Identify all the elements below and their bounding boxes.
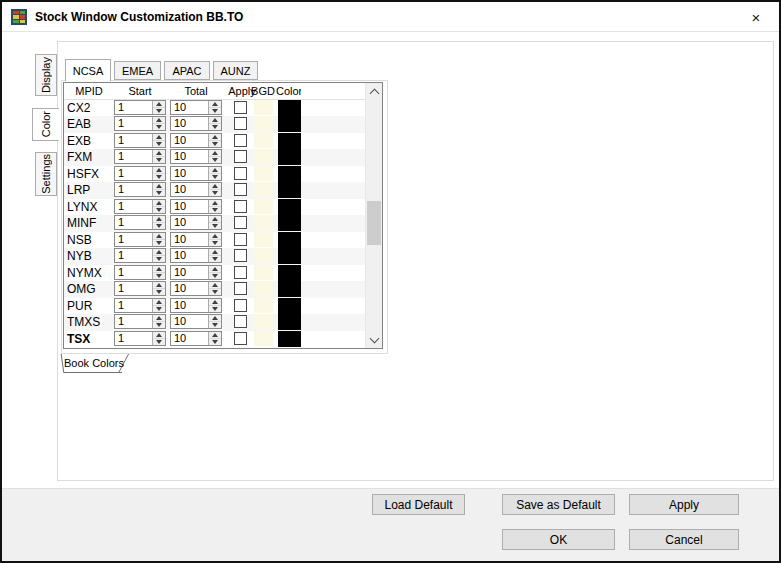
spin-down-icon[interactable]: [153, 189, 165, 196]
start-spinner[interactable]: 1: [114, 265, 166, 280]
spin-down-icon[interactable]: [209, 206, 221, 213]
scrollbar-thumb[interactable]: [367, 201, 381, 245]
spin-down-icon[interactable]: [209, 123, 221, 130]
color-swatch[interactable]: [278, 182, 301, 198]
color-swatch[interactable]: [278, 281, 301, 297]
bgd-swatch[interactable]: [254, 199, 273, 214]
spin-down-icon[interactable]: [209, 239, 221, 246]
apply-checkbox[interactable]: [234, 315, 247, 328]
bgd-swatch[interactable]: [254, 182, 273, 197]
spin-down-icon[interactable]: [209, 321, 221, 328]
start-spinner[interactable]: 1: [114, 166, 166, 181]
bgd-swatch[interactable]: [254, 215, 273, 230]
spin-down-icon[interactable]: [153, 272, 165, 279]
total-spinner[interactable]: 10: [170, 133, 222, 148]
spin-down-icon[interactable]: [209, 272, 221, 279]
tab-aunz[interactable]: AUNZ: [213, 61, 258, 80]
tab-color[interactable]: Color: [32, 108, 59, 141]
tab-ncsa[interactable]: NCSA: [65, 59, 111, 81]
scroll-up-icon[interactable]: [366, 83, 382, 100]
bgd-swatch[interactable]: [254, 232, 273, 247]
color-swatch[interactable]: [278, 116, 301, 132]
total-spinner[interactable]: 10: [170, 166, 222, 181]
apply-checkbox[interactable]: [234, 249, 247, 262]
spin-down-icon[interactable]: [153, 206, 165, 213]
apply-checkbox[interactable]: [234, 282, 247, 295]
color-swatch[interactable]: [278, 149, 301, 165]
bgd-swatch[interactable]: [254, 166, 273, 181]
spin-down-icon[interactable]: [209, 338, 221, 345]
spin-down-icon[interactable]: [209, 255, 221, 262]
apply-checkbox[interactable]: [234, 183, 247, 196]
color-swatch[interactable]: [278, 215, 301, 231]
bgd-swatch[interactable]: [254, 149, 273, 164]
bgd-swatch[interactable]: [254, 248, 273, 263]
total-spinner[interactable]: 10: [170, 182, 222, 197]
total-spinner[interactable]: 10: [170, 116, 222, 131]
apply-checkbox[interactable]: [234, 233, 247, 246]
color-swatch[interactable]: [278, 100, 301, 116]
spin-down-icon[interactable]: [209, 107, 221, 114]
total-spinner[interactable]: 10: [170, 215, 222, 230]
apply-checkbox[interactable]: [234, 150, 247, 163]
color-swatch[interactable]: [278, 133, 301, 149]
color-swatch[interactable]: [278, 199, 301, 215]
start-spinner[interactable]: 1: [114, 149, 166, 164]
bgd-swatch[interactable]: [254, 331, 273, 346]
cancel-button[interactable]: Cancel: [629, 529, 739, 550]
start-spinner[interactable]: 1: [114, 100, 166, 115]
start-spinner[interactable]: 1: [114, 331, 166, 346]
total-spinner[interactable]: 10: [170, 100, 222, 115]
scroll-down-icon[interactable]: [366, 331, 382, 348]
save-as-default-button[interactable]: Save as Default: [502, 494, 615, 515]
tab-apac[interactable]: APAC: [164, 61, 210, 80]
start-spinner[interactable]: 1: [114, 248, 166, 263]
bgd-swatch[interactable]: [254, 133, 273, 148]
spin-down-icon[interactable]: [153, 321, 165, 328]
ok-button[interactable]: OK: [502, 529, 615, 550]
spin-down-icon[interactable]: [153, 222, 165, 229]
bgd-swatch[interactable]: [254, 265, 273, 280]
spin-down-icon[interactable]: [209, 222, 221, 229]
total-spinner[interactable]: 10: [170, 149, 222, 164]
bgd-swatch[interactable]: [254, 314, 273, 329]
total-spinner[interactable]: 10: [170, 314, 222, 329]
start-spinner[interactable]: 1: [114, 314, 166, 329]
color-swatch[interactable]: [278, 331, 301, 347]
apply-checkbox[interactable]: [234, 299, 247, 312]
tab-settings[interactable]: Settings: [35, 152, 57, 196]
apply-checkbox[interactable]: [234, 117, 247, 130]
tab-emea[interactable]: EMEA: [114, 61, 161, 80]
color-swatch[interactable]: [278, 265, 301, 281]
spin-down-icon[interactable]: [153, 288, 165, 295]
start-spinner[interactable]: 1: [114, 215, 166, 230]
spin-down-icon[interactable]: [153, 123, 165, 130]
spin-down-icon[interactable]: [209, 189, 221, 196]
spin-down-icon[interactable]: [153, 305, 165, 312]
color-swatch[interactable]: [278, 298, 301, 314]
apply-checkbox[interactable]: [234, 266, 247, 279]
bgd-swatch[interactable]: [254, 100, 273, 115]
apply-checkbox[interactable]: [234, 101, 247, 114]
start-spinner[interactable]: 1: [114, 199, 166, 214]
spin-down-icon[interactable]: [153, 140, 165, 147]
bgd-swatch[interactable]: [254, 281, 273, 296]
total-spinner[interactable]: 10: [170, 265, 222, 280]
spin-down-icon[interactable]: [153, 338, 165, 345]
total-spinner[interactable]: 10: [170, 232, 222, 247]
start-spinner[interactable]: 1: [114, 298, 166, 313]
spin-down-icon[interactable]: [209, 156, 221, 163]
bgd-swatch[interactable]: [254, 116, 273, 131]
book-colors-sheet-tab[interactable]: Book Colors: [60, 354, 128, 373]
apply-checkbox[interactable]: [234, 167, 247, 180]
spin-down-icon[interactable]: [153, 255, 165, 262]
color-swatch[interactable]: [278, 232, 301, 248]
start-spinner[interactable]: 1: [114, 182, 166, 197]
load-default-button[interactable]: Load Default: [372, 494, 465, 515]
total-spinner[interactable]: 10: [170, 199, 222, 214]
spin-down-icon[interactable]: [209, 173, 221, 180]
total-spinner[interactable]: 10: [170, 281, 222, 296]
color-swatch[interactable]: [278, 248, 301, 264]
book-table-scrollbar[interactable]: [365, 83, 382, 348]
apply-checkbox[interactable]: [234, 134, 247, 147]
